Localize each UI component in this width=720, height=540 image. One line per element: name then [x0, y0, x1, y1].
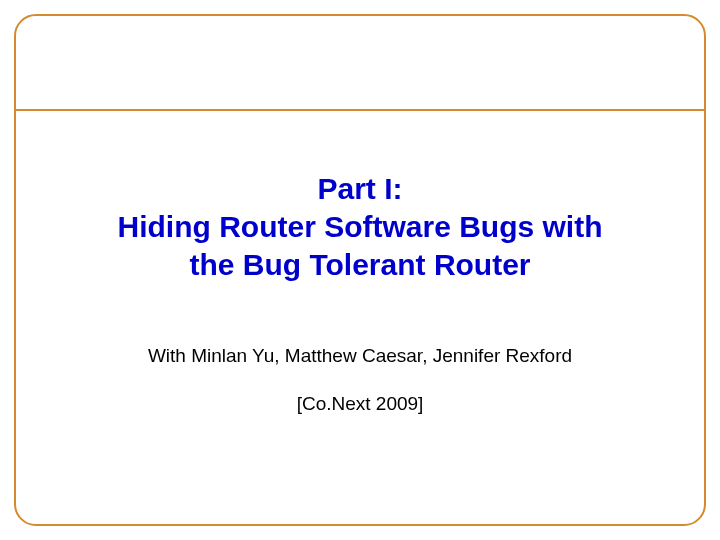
authors-line: With Minlan Yu, Matthew Caesar, Jennifer…	[0, 345, 720, 367]
slide-title: Part I: Hiding Router Software Bugs with…	[105, 170, 615, 284]
title-line-1: Part I:	[105, 170, 615, 208]
venue-line: [Co.Next 2009]	[0, 393, 720, 415]
header-divider	[15, 109, 705, 111]
title-line-3: the Bug Tolerant Router	[105, 246, 615, 284]
title-line-2: Hiding Router Software Bugs with	[105, 208, 615, 246]
